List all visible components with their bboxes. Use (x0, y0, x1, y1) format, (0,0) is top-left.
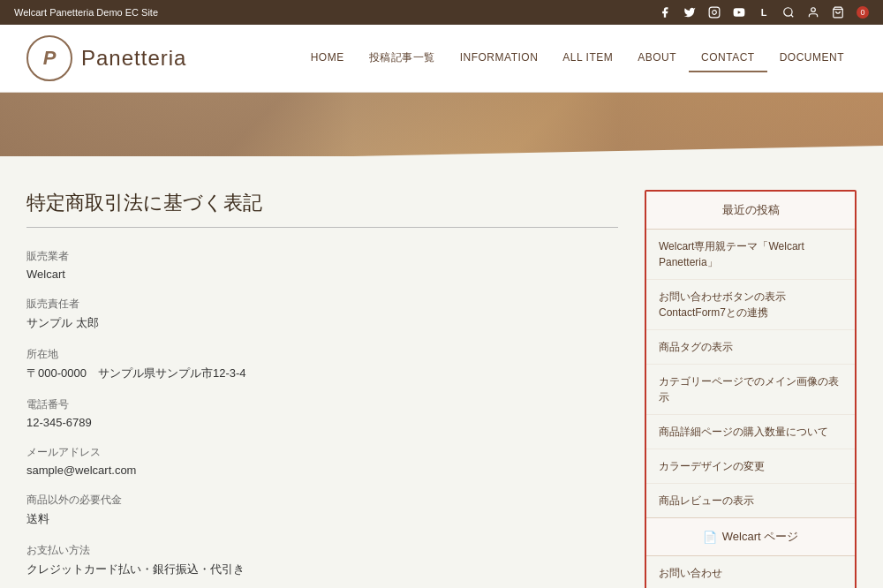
nav-contact[interactable]: CONTACT (689, 44, 767, 72)
sidebar-pages-section: 📄 Welcart ページ お問い合わせ カート このデモサイトについて サンプ… (646, 518, 855, 588)
sidebar-recent-item-0[interactable]: Welcart専用親テーマ「Welcart Panetteria」 (646, 230, 855, 280)
info-extra-cost: 商品以外の必要代金 送料 (26, 493, 618, 527)
info-payment-method: お支払い方法 クレジットカード払い・銀行振込・代引き (26, 543, 618, 577)
sidebar-recent-section: 最近の投稿 Welcart専用親テーマ「Welcart Panetteria」 … (646, 192, 855, 518)
sidebar-recent-item-6[interactable]: 商品レビューの表示 (646, 484, 855, 517)
instagram-icon[interactable] (706, 4, 722, 20)
value-extra-cost: 送料 (26, 511, 618, 527)
label-manager: 販売責任者 (26, 297, 618, 312)
info-manager: 販売責任者 サンプル 太郎 (26, 297, 618, 331)
nav-allitem[interactable]: ALL ITEM (550, 44, 625, 72)
label-payment-method: お支払い方法 (26, 543, 618, 558)
svg-rect-0 (709, 7, 720, 18)
cart-icon[interactable] (830, 4, 846, 20)
site-header: P Panetteria HOME 投稿記事一覧 INFORMATION ALL… (0, 25, 883, 93)
cart-count: 0 (857, 6, 869, 19)
twitter-icon[interactable] (682, 4, 698, 20)
label-email: メールアドレス (26, 445, 618, 460)
top-bar: Welcart Panetteria Demo EC Site L 0 (0, 0, 883, 25)
nav-information[interactable]: INFORMATION (448, 44, 551, 72)
nav-document[interactable]: DOCUMENT (767, 44, 857, 72)
content-left: 特定商取引法に基づく表記 販売業者 Welcart 販売責任者 サンプル 太郎 … (26, 190, 618, 588)
info-phone: 電話番号 12-345-6789 (26, 397, 618, 429)
search-icon[interactable] (781, 4, 796, 20)
main-nav: HOME 投稿記事一覧 INFORMATION ALL ITEM ABOUT C… (298, 43, 857, 74)
document-icon: 📄 (703, 531, 717, 544)
value-address: 〒000-0000 サンプル県サンプル市12-3-4 (26, 366, 618, 381)
sidebar-recent-heading: 最近の投稿 (646, 192, 855, 230)
youtube-icon[interactable] (731, 4, 747, 20)
site-title: Welcart Panetteria Demo EC Site (14, 7, 158, 18)
label-phone: 電話番号 (26, 397, 618, 412)
svg-point-3 (784, 8, 792, 16)
user-icon[interactable] (805, 4, 821, 20)
sidebar-recent-item-4[interactable]: 商品詳細ページの購入数量について (646, 415, 855, 449)
value-payment-method: クレジットカード払い・銀行振込・代引き (26, 562, 618, 577)
nav-about[interactable]: ABOUT (625, 44, 689, 72)
hero-image (0, 93, 883, 163)
logo-symbol: P (26, 35, 72, 81)
sidebar-recent-item-2[interactable]: 商品タグの表示 (646, 330, 855, 365)
page-title: 特定商取引法に基づく表記 (26, 190, 618, 228)
sidebar-recent-item-3[interactable]: カテゴリーページでのメイン画像の表示 (646, 365, 855, 415)
nav-home[interactable]: HOME (298, 44, 357, 72)
facebook-icon[interactable] (657, 4, 673, 20)
svg-point-5 (811, 8, 816, 12)
value-email: sample@welcart.com (26, 464, 618, 477)
top-bar-icons: L 0 (657, 4, 869, 20)
info-address: 所在地 〒000-0000 サンプル県サンプル市12-3-4 (26, 347, 618, 381)
sidebar-pages-heading: 📄 Welcart ページ (646, 518, 855, 556)
nav-posts[interactable]: 投稿記事一覧 (357, 43, 448, 74)
sidebar-page-item-0[interactable]: お問い合わせ (646, 556, 855, 588)
sidebar-recent-item-1[interactable]: お問い合わせボタンの表示 ContactForm7との連携 (646, 280, 855, 330)
value-manager: サンプル 太郎 (26, 315, 618, 331)
line-icon[interactable]: L (756, 4, 772, 20)
logo-text: Panetteria (81, 46, 186, 71)
main-content: 特定商取引法に基づく表記 販売業者 Welcart 販売責任者 サンプル 太郎 … (9, 163, 874, 588)
info-email: メールアドレス sample@welcart.com (26, 445, 618, 477)
sidebar: 最近の投稿 Welcart専用親テーマ「Welcart Panetteria」 … (645, 190, 857, 588)
logo[interactable]: P Panetteria (26, 35, 186, 81)
sidebar-recent-item-5[interactable]: カラーデザインの変更 (646, 449, 855, 484)
label-extra-cost: 商品以外の必要代金 (26, 493, 618, 508)
label-seller: 販売業者 (26, 249, 618, 264)
value-seller: Welcart (26, 268, 618, 281)
label-address: 所在地 (26, 347, 618, 362)
svg-line-4 (791, 15, 794, 18)
value-phone: 12-345-6789 (26, 416, 618, 429)
info-seller: 販売業者 Welcart (26, 249, 618, 281)
